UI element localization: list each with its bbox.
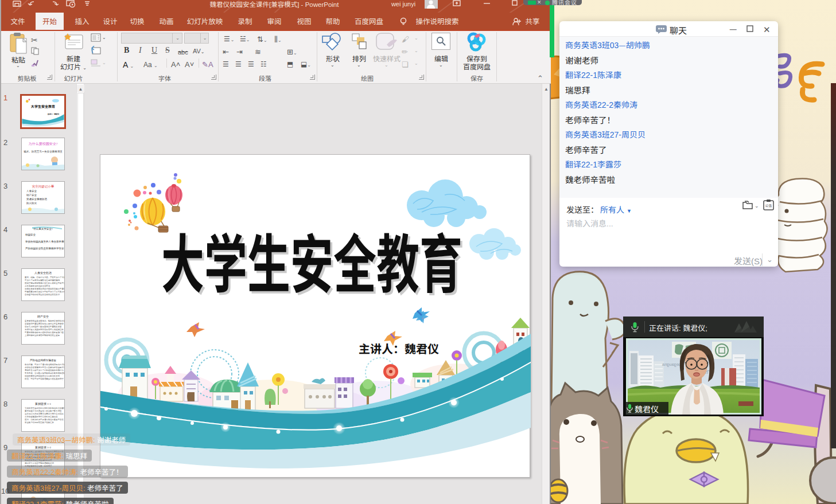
svg-text:自觉遵守校纪校规注意自身安全防范意识: 自觉遵守校纪校规注意自身安全防范意识 bbox=[25, 293, 60, 296]
svg-text:财产安全: 财产安全 bbox=[26, 193, 37, 197]
svg-text:财产安全: 财产安全 bbox=[37, 314, 49, 318]
svg-text:人身安全防范: 人身安全防范 bbox=[34, 271, 52, 275]
svg-text:举例在校园内发生的人身伤害的事情: 举例在校园内发生的人身伤害的事情 bbox=[25, 240, 64, 244]
svg-text:segaugna: segaugna bbox=[662, 361, 681, 367]
svg-text:wei junyi: wei junyi bbox=[391, 0, 415, 8]
svg-text:人身安全: 人身安全 bbox=[26, 189, 37, 193]
svg-text:魏君仪校园安全课件[兼容模式] - PowerPoint: 魏君仪校园安全课件[兼容模式] - PowerPoint bbox=[210, 0, 340, 9]
svg-text:什么是大学安全?: 什么是大学安全? bbox=[33, 227, 53, 230]
svg-text:安全账户切勿向陌生账户转账汇款: 安全账户切勿向陌生账户转账汇款 bbox=[25, 421, 54, 424]
svg-text:骗术、防范万无一失安全教育调查: 骗术、防范万无一失安全教育调查 bbox=[24, 150, 63, 153]
svg-text:完全问题记小事: 完全问题记小事 bbox=[32, 184, 55, 189]
svg-text:大学生安全教育: 大学生安全教育 bbox=[31, 104, 55, 109]
svg-text:严防电信网络诈骗侵害: 严防电信网络诈骗侵害 bbox=[30, 358, 56, 362]
svg-text:主讲人：魏君仪: 主讲人：魏君仪 bbox=[48, 113, 59, 115]
svg-text:案例链接 1-2: 案例链接 1-2 bbox=[35, 445, 51, 450]
svg-text:为什么要校园安全?: 为什么要校园安全? bbox=[29, 141, 58, 146]
svg-text:防范：不听不信不转账遇事多方核实及时报警: 防范：不听不信不转账遇事多方核实及时报警 bbox=[25, 377, 64, 380]
svg-text:上课就餐时注意保管好随身物品防止被盗: 上课就餐时注意保管好随身物品防止被盗 bbox=[25, 334, 60, 337]
svg-text:校园安全: 校园安全 bbox=[25, 233, 36, 236]
svg-text:严防校园安全隐患和事故的学生安全防范: 严防校园安全隐患和事故的学生安全防范 bbox=[25, 247, 64, 250]
svg-text:防火防灾: 防火防灾 bbox=[26, 201, 37, 205]
svg-text:交通安全事故防范: 交通安全事故防范 bbox=[26, 197, 47, 201]
svg-text:案例链接 1-1: 案例链接 1-1 bbox=[35, 401, 51, 406]
svg-text:公告: 公告 bbox=[765, 203, 772, 208]
